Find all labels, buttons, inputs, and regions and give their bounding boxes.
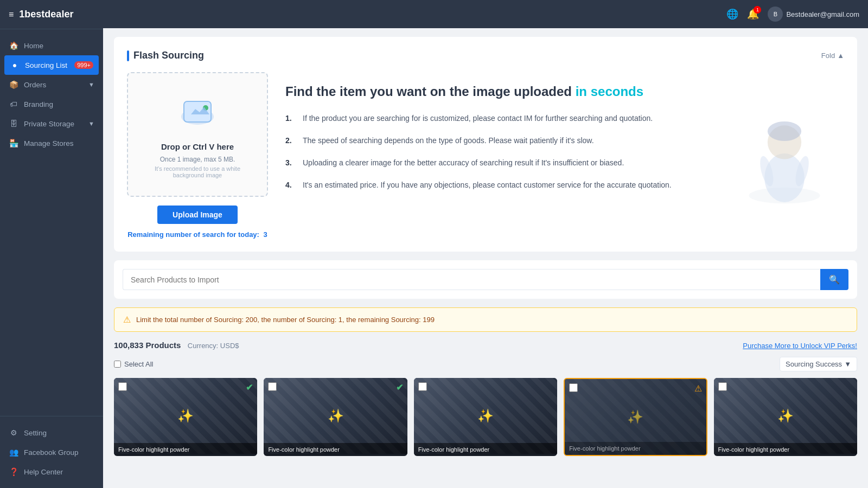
drop-zone-hint: It's recommended to use a white backgrou… — [139, 165, 256, 178]
currency-label: Currency: USD$ — [188, 342, 239, 350]
product-1-name: Five-color highlight powder — [264, 443, 407, 456]
notification-area[interactable]: 🔔 1 — [747, 8, 759, 20]
remaining-text: Remaining number of search for today: 3 — [127, 230, 267, 239]
drop-zone[interactable]: Drop or Ctrl V here Once 1 image, max 5 … — [127, 72, 268, 197]
sidebar-nav: 🏠 Home ● Sourcing List 999+ 📦 Orders ▼ 🏷… — [0, 29, 103, 416]
sidebar-item-setting-label: Setting — [24, 429, 47, 437]
instructions: Find the item you want on the image uplo… — [285, 72, 707, 239]
sidebar-item-facebook-group[interactable]: 👥 Facebook Group — [0, 442, 103, 462]
user-avatar: B — [768, 7, 783, 22]
select-all-label: Select All — [124, 360, 153, 368]
drop-zone-wrapper: Drop or Ctrl V here Once 1 image, max 5 … — [127, 72, 268, 239]
orders-icon: 📦 — [9, 80, 18, 89]
sidebar-item-sourcing-label: Sourcing List — [25, 61, 67, 69]
vip-link[interactable]: Purchase More to Unlock VIP Perks! — [743, 342, 857, 350]
private-storage-icon: 🗄 — [9, 119, 18, 128]
products-count: 100,833 Products — [114, 341, 181, 350]
sidebar-item-home-label: Home — [24, 42, 43, 50]
product-3-checkbox[interactable] — [569, 383, 578, 392]
product-image-2: ✨ — [414, 378, 557, 454]
remaining-count: 3 — [264, 230, 267, 239]
fold-label: Fold — [821, 52, 835, 60]
top-bar: 🌐 🔔 1 B Bestdealer@gmail.com — [103, 0, 868, 28]
content-area: 🌐 🔔 1 B Bestdealer@gmail.com Flash Sourc… — [103, 0, 868, 488]
app-logo: 1bestdealer — [19, 9, 73, 20]
branding-icon: 🏷 — [9, 100, 18, 108]
instructions-heading: Find the item you want on the image uplo… — [285, 83, 707, 100]
private-storage-chevron-icon: ▼ — [88, 120, 94, 127]
instruction-4: 4. It's an estimated price. If you have … — [285, 179, 707, 191]
sourcing-filter-label: Sourcing Success — [786, 360, 842, 368]
notification-count: 1 — [754, 6, 761, 14]
search-input[interactable] — [123, 269, 820, 290]
list-item[interactable]: ✨ Five-color highlight powder — [414, 378, 557, 456]
content-scroll: Flash Sourcing Fold ▲ — [103, 28, 868, 488]
flash-sourcing-card: Flash Sourcing Fold ▲ — [114, 37, 857, 252]
sidebar-item-sourcing-list[interactable]: ● Sourcing List 999+ — [4, 55, 99, 75]
select-all-checkbox[interactable] — [114, 361, 121, 368]
globe-icon[interactable]: 🌐 — [726, 8, 738, 20]
instruction-1-text: If the product you are searching for is … — [303, 113, 653, 124]
person-svg — [736, 107, 833, 204]
drop-zone-subtitle: Once 1 image, max 5 MB. — [160, 156, 235, 163]
warning-icon: ⚠ — [123, 314, 131, 325]
list-item[interactable]: ✨ Five-color highlight powder — [714, 378, 857, 456]
product-4-checkbox[interactable] — [718, 382, 727, 391]
sourcing-filter-dropdown[interactable]: Sourcing Success ▼ — [780, 357, 857, 371]
search-area: 🔍 — [114, 260, 857, 299]
sparkle-icon: ✨ — [777, 408, 794, 423]
help-icon: ❓ — [9, 467, 18, 476]
sourcing-badge: 999+ — [74, 61, 93, 69]
search-button[interactable]: 🔍 — [820, 269, 848, 290]
sidebar-item-home[interactable]: 🏠 Home — [0, 36, 103, 55]
user-info[interactable]: B Bestdealer@gmail.com — [768, 7, 859, 22]
sidebar-item-private-storage[interactable]: 🗄 Private Storage ▼ — [0, 114, 103, 133]
warning-banner: ⚠ Limit the total number of Sourcing: 20… — [114, 307, 857, 332]
sidebar-item-help-center[interactable]: ❓ Help Center — [0, 462, 103, 481]
sidebar: ≡ 1bestdealer 🏠 Home ● Sourcing List 999… — [0, 0, 103, 488]
list-item[interactable]: ✨ ✔ Five-color highlight powder — [114, 378, 257, 456]
sidebar-logo: ≡ 1bestdealer — [0, 0, 103, 29]
product-image-1: ✨ — [264, 378, 407, 454]
fold-button[interactable]: Fold ▲ — [821, 52, 844, 60]
sparkle-icon: ✨ — [177, 408, 194, 423]
sparkle-icon: ✨ — [477, 408, 494, 423]
products-header: 100,833 Products Currency: USD$ Purchase… — [114, 341, 857, 350]
sidebar-item-facebook-label: Facebook Group — [24, 448, 79, 457]
products-controls: Select All Sourcing Success ▼ — [114, 357, 857, 371]
products-count-area: 100,833 Products Currency: USD$ — [114, 341, 239, 350]
upload-image-button[interactable]: Upload Image — [157, 206, 238, 224]
list-item[interactable]: ✨ ⚠ Five-color highlight powder — [564, 378, 707, 456]
filter-chevron-icon: ▼ — [844, 360, 851, 368]
flash-sourcing-title: Flash Sourcing — [127, 50, 204, 61]
select-all-area: Select All — [114, 360, 153, 368]
sidebar-item-manage-stores[interactable]: 🏪 Manage Stores — [0, 133, 103, 153]
product-1-checkbox[interactable] — [268, 382, 277, 391]
instruction-1-num: 1. — [285, 113, 296, 124]
list-item[interactable]: ✨ ✔ Five-color highlight powder — [264, 378, 407, 456]
sourcing-icon: ● — [10, 61, 20, 69]
sidebar-item-branding[interactable]: 🏷 Branding — [0, 94, 103, 114]
product-4-name: Five-color highlight powder — [714, 443, 857, 456]
product-0-success-icon: ✔ — [246, 382, 253, 393]
svg-point-7 — [768, 121, 801, 141]
drop-zone-title: Drop or Ctrl V here — [161, 142, 234, 151]
sidebar-item-orders[interactable]: 📦 Orders ▼ — [0, 75, 103, 94]
menu-icon[interactable]: ≡ — [9, 10, 14, 20]
warning-text: Limit the total number of Sourcing: 200,… — [136, 316, 435, 324]
sourcing-content: Drop or Ctrl V here Once 1 image, max 5 … — [127, 72, 844, 239]
product-2-checkbox[interactable] — [418, 382, 427, 391]
orders-chevron-icon: ▼ — [88, 81, 94, 88]
sidebar-item-setting[interactable]: ⚙ Setting — [0, 423, 103, 442]
instruction-2-num: 2. — [285, 135, 296, 146]
top-bar-right: 🌐 🔔 1 B Bestdealer@gmail.com — [726, 7, 859, 22]
product-3-warning-icon: ⚠ — [694, 383, 702, 394]
sidebar-bottom: ⚙ Setting 👥 Facebook Group ❓ Help Center — [0, 416, 103, 488]
sidebar-item-manage-stores-label: Manage Stores — [24, 139, 74, 147]
instruction-1: 1. If the product you are searching for … — [285, 113, 707, 124]
product-0-checkbox[interactable] — [118, 382, 127, 391]
manage-stores-icon: 🏪 — [9, 139, 18, 147]
product-2-name: Five-color highlight powder — [414, 443, 557, 456]
instruction-3: 3. Uploading a clearer image for the bet… — [285, 157, 707, 169]
instruction-4-num: 4. — [285, 179, 296, 191]
